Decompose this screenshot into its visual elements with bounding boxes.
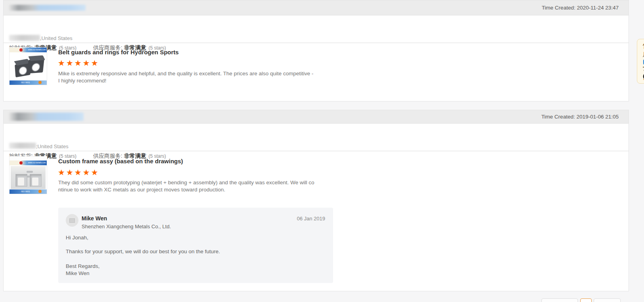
iso-badge: ISO 9001 [21,81,30,83]
cert-dot-icon [38,81,42,84]
time-created-label: Time Created: 2019-01-06 21:05 [541,110,619,123]
product-thumbnail[interactable]: www.xc-metals.com ISO 9001 [9,156,47,194]
thumbnail-top-banner: www.xc-metals.com [10,161,47,165]
review-text: Mike is extremely responsive and helpful… [58,70,315,84]
metal-bracket-image [27,59,44,73]
logo-dot-icon [19,161,23,164]
star-rating: ★★★★★ [58,168,99,176]
frame-cutout-part [18,178,24,185]
thumbnail-white-margin [10,157,47,161]
review-1-header: Time Created: 2020-11-24 23:47 [4,0,629,15]
metal-frame-image [11,166,46,189]
product-title: Belt guards and rings for Hydrogen Sport… [58,49,179,55]
review-1-body: www.xc-metals.com ISO 9001 Belt guards a… [4,43,629,100]
frame-cutout [30,174,42,187]
thumbnail-top-banner: www.xc-metals.com [10,48,47,52]
logo-dot-icon [19,48,23,52]
reviews-page: Time Created: 2020-11-24 23:47 ,United S… [0,0,644,302]
review-2-body: www.xc-metals.com ISO 9001 Custom frame … [4,151,629,290]
watermark-text: www.xc-metals.com [28,49,46,51]
reply-author-name: Mike Wen [82,215,107,222]
qq-penguin-icon [642,73,644,80]
review-2-header: Time Created: 2019-01-06 21:05 [4,110,629,124]
review-card-1: Time Created: 2020-11-24 23:47 ,United S… [3,0,629,101]
reply-text-line: Mike Wen [66,270,90,276]
reply-text-line: Hi Jonah, [66,235,88,241]
reply-text-line: Thanks for your support, we will do our … [66,248,220,254]
thumbnail-bottom-banner: ISO 9001 [10,189,47,194]
redacted-buyer-name [9,5,86,11]
review-text: They did some custom prototyping (waterj… [58,179,315,193]
iso-badge: ISO 9001 [21,190,30,192]
time-created-label: Time Created: 2020-11-24 23:47 [542,0,619,15]
review-1-buyer-strip: ,United States 按时发货:非常满意(5 stars) 供应商服务:… [4,15,629,43]
support-widget-char: 售 [643,43,644,49]
support-widget-char: 后 [643,51,644,57]
supplier-reply-box: Mike Wen Shenzhen Xiangcheng Metals Co.,… [58,208,333,283]
redacted-buyer-name [9,143,36,149]
redacted-buyer-name [9,35,40,41]
frame-slot [27,171,33,173]
review-card-2: Time Created: 2019-01-06 21:05 ;United S… [3,110,629,291]
product-title: Custom frame assy (based on the drawings… [58,158,183,164]
cert-dot-icon [38,190,42,193]
product-thumbnail[interactable]: www.xc-metals.com ISO 9001 [9,47,47,85]
reply-date: 06 Jan 2019 [297,216,325,222]
bracket-flange [28,55,45,61]
pagination-next-button[interactable] [594,298,621,302]
buyer-location: ,United States [40,35,72,41]
thumbnail-bottom-banner: ISO 9001 [10,80,47,85]
redacted-buyer-name [9,113,84,121]
reply-company-name: Shenzhen Xiangcheng Metals Co., Ltd. [82,224,171,229]
pagination-prev-button[interactable] [541,298,578,302]
star-rating: ★★★★★ [58,59,99,67]
review-2-buyer-strip: ;United States 按时发货:非常满意(5 stars) 供应商服务:… [4,124,629,151]
avatar-logo-icon [69,218,75,223]
frame-cutout-part [32,178,38,185]
supplier-avatar [66,214,78,227]
watermark-text: www.xc-metals.com [28,162,46,164]
pagination-current-page-button[interactable] [580,298,592,302]
buyer-location: ;United States [36,143,69,149]
support-float-widget[interactable]: 售 后 [637,39,644,84]
frame-cutout [15,174,27,187]
reply-text-line: Best Regards, [66,263,100,269]
